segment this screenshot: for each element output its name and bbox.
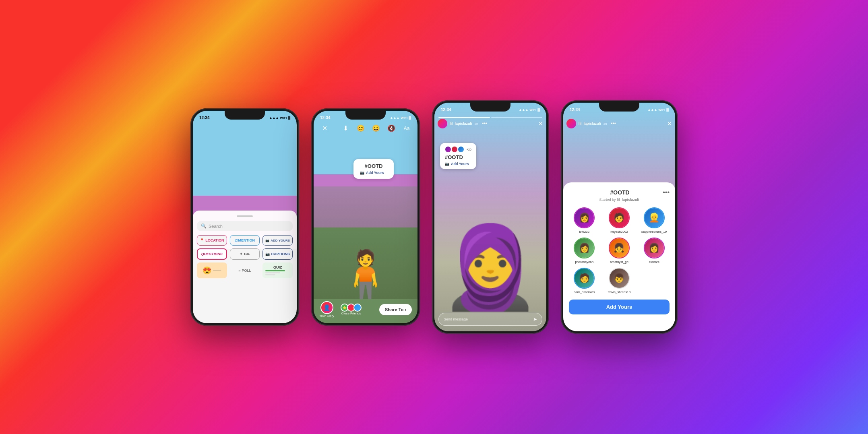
phone4-user-details: lil_lapislazuli (579, 122, 601, 126)
location-label: LOCATION (205, 238, 224, 242)
share-avatar-group: 👤 Your Story ⭐ Close Friends (319, 301, 362, 318)
participant-item[interactable]: 🧑 heyach2002 (604, 207, 635, 234)
story-model: 🧕 (440, 227, 541, 307)
captions-icon: 📷 (265, 252, 270, 256)
phone-story-view: 🧕 12:34 ▲▲▲ WiFi ▓ lil_l (432, 100, 549, 334)
sticker-tray-handle (237, 215, 253, 217)
mini-av-3 (458, 146, 464, 153)
sticker-quiz-btn[interactable]: QUIZ (262, 262, 293, 278)
sticker-icon[interactable]: 😀 (371, 124, 381, 132)
close-icon[interactable]: ✕ (319, 124, 330, 132)
phone-add-yours-sheet: 12:34 ▲▲▲ WiFi ▓ lil_lapislazuli 3h ••• … (561, 100, 678, 334)
mute-icon[interactable]: 🔇 (386, 124, 397, 132)
phone1-notch (225, 111, 265, 120)
close-friends-label: Close Friends (341, 312, 361, 315)
phone4-close-icon[interactable]: ✕ (667, 120, 672, 127)
story-editor-toolbar: ✕ ⬇ 😊 😀 🔇 Aa (314, 122, 417, 134)
sticker-mention-btn[interactable]: @MENTION (230, 235, 260, 246)
gif-icon: ✦ (240, 252, 243, 256)
add-yours-cta-button[interactable]: Add Yours (569, 300, 670, 314)
phone3-status-icons: ▲▲▲ WiFi ▓ (519, 108, 540, 112)
story-ootd-title: #OOTD (445, 154, 471, 160)
participant-name-5: eloears (649, 260, 659, 264)
battery3-icon: ▓ (537, 108, 540, 112)
story-add-yours-tag: 📷 Add Yours (445, 162, 471, 166)
phone-sticker-tray: 12:34 ▲▲▲ WiFi ▓ 🔍 Search 📍 LOCATIO (190, 108, 299, 326)
phone4-story-user-info: lil_lapislazuli 3h ••• ✕ (566, 119, 672, 128)
close-friends-group[interactable]: ⭐ Close Friends (341, 304, 362, 315)
participant-item-empty (639, 268, 670, 294)
sheet-more-icon[interactable]: ••• (663, 189, 670, 196)
sticker-addyours-btn[interactable]: 📷 ADD YOURS (262, 235, 293, 246)
participant-item[interactable]: 👱 sapphireblues_19 (639, 207, 670, 234)
close-friends-av2 (353, 304, 362, 312)
participant-name-7: travis_shreds18 (608, 290, 630, 294)
participant-item[interactable]: 👩 eloears (639, 238, 670, 264)
participant-av-5: 👩 (644, 238, 665, 258)
ootd-sticker-story[interactable]: +20 #OOTD 📷 Add Yours (440, 143, 476, 169)
participant-av-0: 👩 (574, 207, 595, 228)
signal4-icon: ▲▲▲ (648, 108, 657, 112)
mention-label: @MENTION (235, 238, 255, 242)
phone2-notch (345, 111, 386, 120)
your-story-group[interactable]: 👤 Your Story (319, 301, 334, 318)
participant-avatars-row: +20 (445, 146, 471, 153)
phone1-screen: 12:34 ▲▲▲ WiFi ▓ 🔍 Search 📍 LOCATIO (193, 111, 297, 323)
story-user-info: lil_lapislazuli 3h ••• ✕ (438, 119, 543, 128)
toolbar-right-icons: ⬇ 😊 😀 🔇 Aa (340, 124, 412, 132)
sticker-search-bar[interactable]: 🔍 Search (197, 221, 293, 231)
story-user-details: lil_lapislazuli (450, 122, 472, 126)
signal-icon: ▲▲▲ (269, 116, 279, 120)
phone3-time: 12:34 (441, 107, 451, 112)
phone2-status-icons: ▲▲▲ WiFi ▓ (390, 116, 411, 120)
download-icon[interactable]: ⬇ (340, 124, 351, 132)
story-more-icon[interactable]: ••• (482, 121, 487, 126)
story-person-photo: 🧍 (314, 186, 417, 299)
participant-av-6: 🧑 (574, 268, 595, 289)
participant-item[interactable]: 👩 photosbyean (569, 238, 600, 264)
share-to-button[interactable]: Share To › (379, 304, 412, 315)
mini-av-1 (445, 146, 451, 153)
participants-grid: 👩 lofti232 🧑 heyach2002 👱 (569, 207, 670, 294)
phone-story-editor: 🧍 12:34 ▲▲▲ WiFi ▓ ✕ ⬇ 😊 😀 (311, 108, 420, 326)
phone3-notch (470, 103, 510, 112)
text-icon[interactable]: Aa (401, 126, 412, 131)
emoji-icon[interactable]: 😊 (355, 124, 366, 132)
captions-label: CAPTIONS (271, 252, 290, 256)
person-silhouette: 🧍 (335, 251, 396, 299)
participant-name-2: sapphireblues_19 (641, 230, 667, 234)
participant-item[interactable]: 👦 travis_shreds18 (604, 268, 635, 294)
sticker-captions-btn[interactable]: 📷 CAPTIONS (262, 248, 293, 260)
participant-item[interactable]: 👩 lofti232 (569, 207, 600, 234)
story-user-avatar[interactable] (438, 119, 447, 128)
send-icon[interactable]: ➤ (533, 316, 537, 322)
search-icon: 🔍 (201, 223, 207, 229)
ootd-sticker-editor[interactable]: #OOTD 📷 Add Yours (353, 159, 394, 179)
phone4-story-avatar[interactable] (566, 119, 576, 128)
signal3-icon: ▲▲▲ (519, 108, 529, 112)
story-message-bar[interactable]: Send message ➤ (438, 313, 542, 326)
sticker-location-btn[interactable]: 📍 LOCATION (197, 235, 227, 246)
addyours-icon: 📷 (265, 239, 269, 242)
phone1-status-icons: ▲▲▲ WiFi ▓ (269, 116, 290, 120)
phone3-screen: 🧕 12:34 ▲▲▲ WiFi ▓ lil_l (434, 103, 546, 331)
participant-item[interactable]: 👧 amethyst_grl (604, 238, 635, 264)
participant-item[interactable]: 🧑 dark_emeralds (569, 268, 600, 294)
participant-av-2: 👱 (644, 207, 665, 228)
sticker-gif-btn[interactable]: ✦ GIF (230, 248, 260, 260)
story-close-icon[interactable]: ✕ (538, 120, 543, 127)
sticker-questions-btn[interactable]: QUESTIONS (197, 248, 227, 260)
wifi-icon: WiFi (280, 116, 287, 120)
participant-av-1: 🧑 (609, 207, 630, 228)
location-icon: 📍 (200, 238, 204, 242)
wifi4-icon: WiFi (658, 108, 665, 112)
sticker-emoji-btn[interactable]: 😍 ──── (197, 262, 227, 278)
sticker-tray-overlay[interactable]: 🔍 Search 📍 LOCATION @MENTION 📷 ADD YOURS (193, 211, 297, 323)
phone2-time: 12:34 (320, 116, 331, 120)
ootd-sticker-title: #OOTD (360, 163, 387, 169)
phone4-more-icon[interactable]: ••• (611, 121, 616, 126)
sticker-poll-btn[interactable]: ≡ POLL (230, 262, 260, 278)
participant-name-0: lofti232 (579, 230, 589, 234)
phone4-screen: 12:34 ▲▲▲ WiFi ▓ lil_lapislazuli 3h ••• … (563, 103, 675, 331)
phone1-time: 12:34 (199, 116, 210, 120)
